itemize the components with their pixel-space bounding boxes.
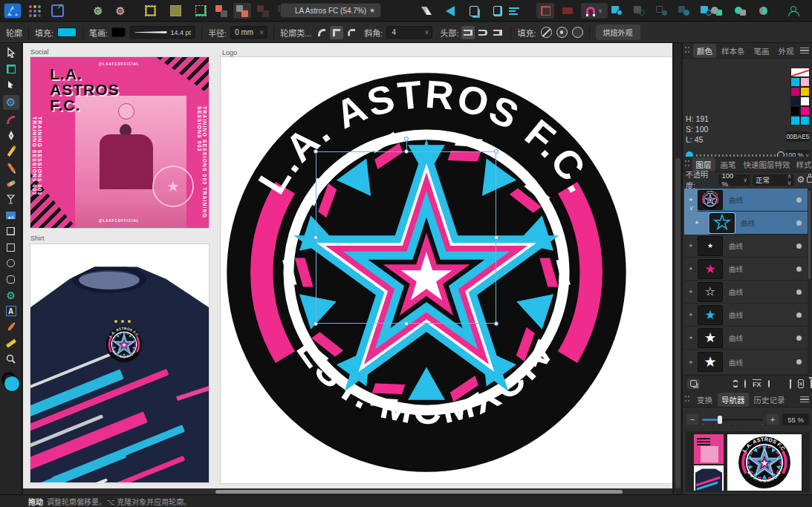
panel-handle-icon[interactable]	[685, 396, 690, 403]
edit-all-layers-button[interactable]	[687, 379, 700, 389]
selection-handle[interactable]	[314, 235, 318, 240]
transparency-tool[interactable]	[3, 194, 19, 206]
selection-handle[interactable]	[314, 321, 318, 326]
pen-tool[interactable]	[3, 130, 19, 142]
designer-persona-button[interactable]	[4, 3, 22, 19]
pattern-button[interactable]	[768, 380, 770, 387]
selection-handle[interactable]	[314, 149, 318, 154]
brush-tool[interactable]	[3, 162, 19, 174]
visibility-toggle[interactable]	[796, 359, 802, 364]
layer-label[interactable]: 曲线	[729, 333, 743, 343]
adjustment-button[interactable]	[744, 379, 746, 388]
artboard-label-social[interactable]: Social	[30, 48, 49, 56]
tab-brushes[interactable]: 笔画	[750, 44, 773, 58]
vertical-scrollbar[interactable]	[673, 43, 681, 494]
document-setup-button[interactable]: ⚙	[111, 3, 129, 19]
corner-tool[interactable]	[3, 114, 19, 125]
tab-brushes2[interactable]: 画笔	[717, 157, 740, 171]
tab-swatches[interactable]: 样本条	[718, 44, 749, 58]
boolean-subtract-button[interactable]	[630, 3, 648, 19]
swatch[interactable]	[790, 77, 800, 87]
swatch[interactable]	[800, 116, 810, 125]
artboard-shirt[interactable]	[30, 244, 209, 483]
arrange-backward-button[interactable]	[254, 3, 272, 19]
boolean-xor-button[interactable]	[675, 3, 692, 19]
mask-button[interactable]	[733, 380, 738, 387]
layer-label[interactable]: 曲线	[729, 264, 743, 274]
fx-button[interactable]: FX	[753, 379, 761, 388]
ellipse-tool[interactable]	[3, 258, 19, 269]
margins-button[interactable]	[141, 3, 159, 19]
insert-top-button[interactable]	[755, 3, 773, 19]
tab-appearance[interactable]: 外观	[775, 44, 798, 58]
swatch[interactable]	[800, 77, 810, 87]
snap-grid-button[interactable]	[536, 3, 554, 19]
artboard-label-shirt[interactable]: Shirt	[30, 235, 45, 242]
color-picker-tool[interactable]	[3, 321, 19, 333]
export-persona-button[interactable]	[48, 3, 66, 19]
flip-horizontal-button[interactable]	[418, 3, 435, 19]
shape-tool[interactable]: ⚙	[3, 290, 19, 301]
layer-row[interactable]: ★ ★ 曲线	[684, 304, 808, 327]
selection-handle[interactable]	[494, 149, 498, 154]
layers-scrollbar[interactable]	[808, 189, 811, 374]
layer-row[interactable]: ★ ☆ 曲线	[684, 281, 808, 304]
layer-thumbnail[interactable]: ★	[698, 328, 723, 348]
bake-appearance-button[interactable]: 烘焙外观	[596, 24, 640, 40]
hex-value-box[interactable]: 00BAE5	[786, 131, 810, 142]
rectangle-tool[interactable]	[3, 241, 19, 253]
preferences-gear-button[interactable]: ⚙	[89, 3, 107, 19]
fill-color-swatch[interactable]	[57, 27, 77, 37]
node-tool[interactable]	[3, 79, 19, 91]
document-tab[interactable]: LA Astros FC (54.7%) ★	[280, 3, 381, 18]
selection-handle[interactable]	[494, 235, 498, 240]
stroke-width-widget[interactable]: 14.4 pt	[130, 26, 195, 39]
pixel-persona-button[interactable]	[26, 3, 44, 19]
arrange-front-button[interactable]	[212, 3, 230, 19]
move-tool[interactable]	[3, 47, 19, 59]
layer-row[interactable]: ★∨ 曲线	[684, 189, 808, 212]
navigator-preview[interactable]	[686, 431, 810, 492]
vector-brush-tool[interactable]	[3, 177, 19, 189]
tab-transform[interactable]: 变换	[693, 393, 716, 407]
layer-row[interactable]: ★ 曲线	[684, 212, 808, 235]
cap-butt-button[interactable]	[461, 26, 475, 39]
panel-handle-icon[interactable]	[685, 47, 690, 54]
insert-inside-button[interactable]	[707, 3, 725, 19]
cap-square-button[interactable]	[491, 26, 504, 39]
panel-menu-icon[interactable]	[800, 48, 809, 54]
selection-handle[interactable]	[404, 321, 409, 326]
layer-thumbnail[interactable]: ★	[698, 236, 723, 256]
delete-mask-button[interactable]: ✕	[798, 379, 805, 388]
paste-style-button[interactable]	[489, 3, 507, 19]
tab-navigator[interactable]: 导航器	[718, 393, 749, 407]
selection-handle[interactable]	[494, 321, 498, 326]
zoom-slider-knob[interactable]	[718, 416, 722, 424]
visibility-toggle[interactable]	[796, 290, 802, 295]
layer-label[interactable]: 曲线	[729, 310, 743, 320]
horizontal-scrollbar-thumb[interactable]	[215, 490, 623, 494]
text-tool[interactable]: A	[3, 305, 19, 317]
arrange-forward-button[interactable]	[233, 3, 251, 19]
insert-behind-button[interactable]	[731, 3, 749, 19]
selection-handle[interactable]	[404, 149, 409, 154]
layer-thumbnail[interactable]: ★	[698, 352, 723, 372]
layer-label[interactable]: 曲线	[729, 241, 743, 251]
artboard-social[interactable]: L.A. ASTROS F.C. @LAAFCOFFICIAL @LAAFCOF…	[30, 57, 209, 228]
layers-opacity-dropdown[interactable]: 100 %∨	[718, 174, 750, 186]
zoom-in-button[interactable]: +	[767, 414, 779, 425]
layer-thumbnail[interactable]: ★	[698, 259, 723, 279]
visibility-toggle[interactable]	[796, 243, 802, 249]
new-layer-button[interactable]: +	[790, 379, 791, 389]
artboard-logo[interactable]	[221, 57, 672, 483]
zoom-tool[interactable]	[3, 353, 19, 365]
zoom-value-box[interactable]: 55 %	[782, 413, 809, 425]
layer-row[interactable]: ★ ★ 曲线	[684, 327, 808, 350]
swatch[interactable]	[800, 97, 810, 106]
swatch[interactable]	[800, 106, 810, 116]
alignment-button[interactable]	[505, 3, 523, 19]
stroke-color-swatch[interactable]	[111, 27, 126, 37]
tab-styles[interactable]: 样式	[794, 157, 812, 171]
join-round-button[interactable]	[315, 26, 328, 39]
swatch[interactable]	[790, 116, 800, 125]
